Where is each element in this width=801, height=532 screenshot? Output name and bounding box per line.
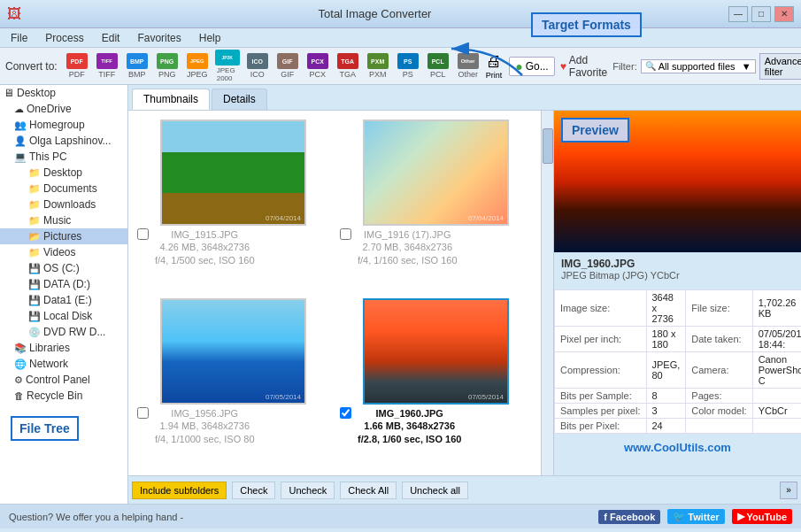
close-button[interactable]: ✕ (774, 6, 794, 22)
convert-to-label: Convert to: (5, 60, 58, 73)
print-button[interactable]: 🖨 Print (484, 50, 504, 81)
filter-select[interactable]: 🔍 All supported files ▼ (641, 59, 756, 73)
format-tiff[interactable]: TIFF TIFF (93, 50, 121, 81)
sidebar-item-recyclebin[interactable]: 🗑 Recycle Bin (0, 388, 127, 404)
thumb-checkbox-img1960[interactable] (340, 407, 351, 419)
preview-info: IMG_1960.JPG JPEG Bitmap (JPG) YCbCr (554, 252, 801, 286)
format-ico[interactable]: ICO ICO (243, 50, 272, 81)
file-tree-button[interactable]: File Tree (11, 416, 79, 441)
menu-edit[interactable]: Edit (96, 30, 126, 46)
uncheck-all-button[interactable]: Uncheck all (402, 482, 468, 499)
bmp-icon: BMP (127, 53, 148, 69)
minimize-button[interactable]: — (728, 6, 748, 22)
youtube-icon: ▶ (737, 511, 744, 522)
format-pcx[interactable]: PCX PCX (304, 50, 332, 81)
menu-help[interactable]: Help (194, 30, 227, 46)
twitter-button[interactable]: 🐦 Twitter (667, 509, 724, 524)
stats-row-bits: Bits per Sample: 8 Pages: (555, 389, 802, 404)
thumb-filename-img1960: IMG_1960.JPG 1.66 MB, 3648x2736 f/2.8, 1… (358, 407, 461, 445)
pxm-label: PXM (369, 70, 387, 79)
scroll-bar[interactable] (541, 111, 553, 475)
menu-file[interactable]: File (5, 30, 33, 46)
maximize-button[interactable]: □ (751, 6, 771, 22)
thumb-img-img1960[interactable]: 07/05/2014 (363, 298, 509, 405)
menu-favorites[interactable]: Favorites (132, 30, 186, 46)
thumb-img-img1915[interactable]: 07/04/2014 (160, 120, 306, 226)
date-label: Date taken: (686, 327, 752, 352)
ppi-label: Pixel per inch: (555, 327, 647, 352)
sidebar-item-documents[interactable]: 📁 Documents (0, 181, 127, 197)
sidebar-item-pictures[interactable]: 📂 Pictures (0, 228, 127, 244)
sidebar-item-onedrive[interactable]: ☁ OneDrive (0, 101, 127, 117)
sidebar-item-thispc[interactable]: 💻 This PC (0, 149, 127, 165)
format-jp2k[interactable]: JP2K JPEG 2000 (213, 47, 242, 85)
format-jpeg[interactable]: JPEG JPEG (183, 50, 212, 81)
format-gif[interactable]: GIF GIF (273, 50, 302, 81)
format-other[interactable]: Other Other (454, 50, 482, 81)
check-button[interactable]: Check (232, 482, 275, 499)
sidebar-item-network[interactable]: 🌐 Network (0, 356, 127, 372)
photo-girl-img (365, 121, 507, 224)
thumb-checkbox-img1956[interactable] (137, 407, 149, 419)
scroll-thumb[interactable] (543, 128, 553, 164)
preview-filename: IMG_1960.JPG (561, 258, 794, 270)
file-size-label: File size: (686, 290, 752, 327)
sidebar-item-olga[interactable]: 👤 Olga Lapshinov... (0, 133, 127, 149)
sidebar-item-desktop2[interactable]: 📁 Desktop (0, 165, 127, 181)
thumb-checkbox-img1916[interactable] (340, 228, 351, 240)
format-tga[interactable]: TGA TGA (334, 50, 362, 81)
menu-bar: File Process Edit Favorites Help (0, 28, 801, 48)
sidebar-item-desktop[interactable]: 🖥 Desktop (0, 85, 127, 101)
thumb-img-img1916[interactable]: 07/04/2014 (363, 120, 509, 226)
png-label: PNG (158, 70, 176, 79)
sidebar-item-osc[interactable]: 💾 OS (C:) (0, 260, 127, 276)
sidebar-item-homegroup[interactable]: 👥 Homegroup (0, 117, 127, 133)
format-bmp[interactable]: BMP BMP (123, 50, 151, 81)
sidebar-item-videos[interactable]: 📁 Videos (0, 244, 127, 260)
camera-value: Canon PowerShot C (752, 352, 801, 389)
format-pxm[interactable]: PXM PXM (364, 50, 392, 81)
expand-button[interactable]: » (780, 482, 797, 499)
menu-process[interactable]: Process (40, 30, 89, 46)
thumb-item-img1960: 07/05/2014 IMG_1960.JPG 1.66 MB, 3648x27… (336, 295, 535, 470)
pcx-label: PCX (309, 70, 326, 79)
go-button[interactable]: ● Go... (509, 57, 554, 76)
date-value: 07/05/2014 18:44: (752, 327, 801, 352)
format-ps[interactable]: PS PS (394, 50, 422, 81)
sidebar-item-dvdrw[interactable]: 💿 DVD RW D... (0, 324, 127, 340)
sidebar-item-music[interactable]: 📁 Music (0, 212, 127, 228)
add-favorite-button[interactable]: ♥ Add Favorite (560, 54, 607, 79)
sidebar-item-controlpanel[interactable]: ⚙ Control Panel (0, 372, 127, 388)
ppi-value: 180 x 180 (646, 327, 686, 352)
tab-details[interactable]: Details (212, 89, 267, 110)
preview-website[interactable]: www.CoolUtils.com (554, 434, 801, 461)
pdf-icon: PDF (66, 53, 88, 69)
sidebar-item-downloads[interactable]: 📁 Downloads (0, 197, 127, 212)
thumb-filename-img1915: IMG_1915.JPG 4.26 MB, 3648x2736 f/4, 1/5… (155, 228, 255, 266)
thumb-checkbox-img1915[interactable] (137, 228, 149, 240)
pages-label: Pages: (686, 389, 752, 404)
stats-row-size: Image size: 3648 x 2736 File size: 1,702… (555, 290, 802, 327)
tab-thumbnails[interactable]: Thumbnails (132, 89, 210, 110)
facebook-button[interactable]: f Facebook (598, 510, 660, 524)
stats-row-bits-pixel: Bits per Pixel: 24 (555, 419, 802, 434)
youtube-button[interactable]: ▶ YouTube (732, 509, 792, 524)
include-subfolders-button[interactable]: Include subfolders (132, 482, 227, 499)
format-pdf[interactable]: PDF PDF (63, 50, 91, 81)
format-png[interactable]: PNG PNG (153, 50, 181, 81)
preview-label: Preview (561, 118, 629, 143)
sidebar-item-localdisk[interactable]: 💾 Local Disk (0, 308, 127, 324)
photo-timestamp3: 07/05/2014 (266, 393, 301, 401)
thumb-img-img1956[interactable]: 07/05/2014 (160, 298, 306, 405)
uncheck-button[interactable]: Uncheck (281, 482, 335, 499)
thumbnails-area: 07/04/2014 IMG_1915.JPG 4.26 MB, 3648x27… (128, 111, 801, 475)
sidebar-item-libraries[interactable]: 📚 Libraries (0, 340, 127, 356)
preview-type: JPEG Bitmap (JPG) YCbCr (561, 270, 794, 281)
check-all-button[interactable]: Check All (340, 482, 397, 499)
sidebar-item-datad[interactable]: 💾 DATA (D:) (0, 276, 127, 292)
advanced-filter-button[interactable]: Advanced filter (759, 53, 801, 80)
format-pcl[interactable]: PCL PCL (424, 50, 452, 81)
sidebar-item-data1e[interactable]: 💾 Data1 (E:) (0, 292, 127, 308)
samples-pixel-label: Samples per pixel: (555, 404, 647, 419)
app-icon: 🖼 (7, 6, 21, 22)
